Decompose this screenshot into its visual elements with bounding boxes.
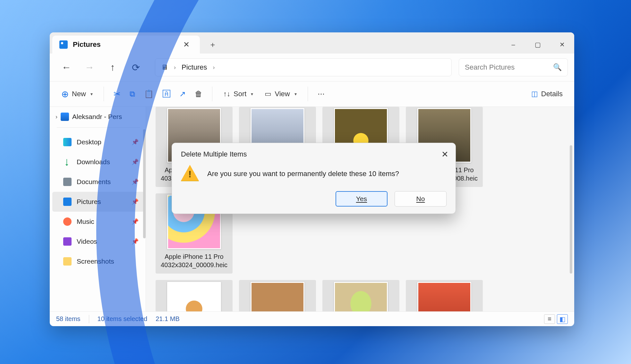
thumbnail [417, 282, 471, 311]
navigation-bar: ← → ↑ ⟳ 🖥 › Pictures › Search Pictures 🔍 [50, 54, 574, 81]
search-input[interactable]: Search Pictures 🔍 [459, 58, 568, 76]
selection-size: 21.1 MB [156, 315, 179, 323]
videos-icon [63, 237, 72, 246]
dialog-close-button[interactable]: ✕ [441, 149, 448, 159]
sidebar-item-label: Music [77, 218, 94, 225]
close-window-button[interactable]: ✕ [550, 36, 574, 54]
divider [308, 87, 308, 101]
details-pane-button[interactable]: ◫ Details [526, 85, 568, 103]
tab-title: Pictures [73, 40, 175, 49]
no-button[interactable]: No [395, 191, 447, 207]
pin-icon: 📌 [132, 139, 139, 146]
sidebar-item-label: Downloads [77, 158, 110, 166]
breadcrumb-pictures[interactable]: Pictures [182, 63, 207, 72]
tab-pictures[interactable]: Pictures ✕ [52, 36, 200, 54]
tab-strip: Pictures ✕ ＋ – ▢ ✕ [50, 32, 574, 54]
refresh-button[interactable]: ⟳ [125, 57, 146, 78]
details-view-toggle[interactable]: ≡ [544, 314, 555, 324]
sort-label: Sort [234, 90, 246, 98]
tree-header[interactable]: › Aleksandr - Pers [52, 109, 144, 125]
file-name: Apple iPhone 11 Pro [158, 252, 231, 261]
sidebar-item-music[interactable]: Music 📌 [52, 212, 144, 232]
address-bar[interactable]: 🖥 › Pictures › [155, 58, 452, 76]
file-tile[interactable]: Apple iPhone 11 Pro [156, 280, 233, 311]
content-scrollbar[interactable] [570, 145, 572, 274]
details-label: Details [541, 90, 563, 98]
sidebar-item-documents[interactable]: Documents 📌 [52, 172, 144, 192]
thumbnail [334, 282, 388, 311]
rename-button[interactable]: 🄰 [159, 85, 174, 103]
desktop-icon [63, 138, 72, 146]
sidebar-item-pictures[interactable]: Pictures 📌 [52, 192, 144, 212]
share-icon: ↗ [179, 89, 186, 98]
view-icon: ▭ [265, 90, 271, 98]
sidebar-item-label: Screenshots [77, 258, 114, 265]
sidebar-item-label: Pictures [77, 198, 101, 206]
paste-icon: 📋 [144, 89, 154, 98]
sidebar-item-label: Documents [77, 178, 111, 186]
delete-confirmation-dialog: Delete Multiple Items ✕ ! Are you sure y… [172, 143, 456, 214]
chevron-down-icon: ▾ [90, 91, 93, 97]
new-tab-button[interactable]: ＋ [206, 38, 219, 51]
rename-icon: 🄰 [163, 89, 170, 98]
sidebar-item-screenshots[interactable]: Screenshots [52, 251, 144, 271]
pictures-folder-icon [59, 40, 68, 49]
sidebar-item-label: Videos [77, 238, 97, 245]
sort-icon: ↑↓ [223, 90, 230, 98]
music-icon [63, 217, 72, 226]
documents-icon [63, 178, 72, 186]
sidebar-item-desktop[interactable]: Desktop 📌 [52, 132, 144, 152]
yes-button[interactable]: Yes [336, 191, 388, 207]
sidebar-scrollbar[interactable] [143, 129, 146, 238]
pin-icon: 📌 [132, 218, 139, 225]
divider [104, 87, 104, 101]
pin-icon: 📌 [132, 178, 139, 185]
delete-icon: 🗑 [195, 89, 202, 98]
thumbnails-view-toggle[interactable]: ◧ [557, 314, 568, 324]
plus-circle-icon: ⊕ [61, 89, 69, 99]
pin-icon: 📌 [132, 198, 139, 205]
paste-button[interactable]: 📋 [140, 85, 158, 103]
cut-button[interactable]: ✂ [110, 85, 124, 103]
share-button[interactable]: ↗ [175, 85, 190, 103]
up-button[interactable]: ↑ [102, 57, 123, 78]
forward-button[interactable]: → [79, 57, 100, 78]
thumbnail [167, 282, 221, 311]
back-button[interactable]: ← [56, 57, 77, 78]
more-button[interactable]: ⋯ [314, 85, 328, 103]
command-bar: ⊕ New ▾ ✂ ⧉ 📋 🄰 ↗ 🗑 ↑↓ Sort ▾ ▭ View ▾ ⋯… [50, 81, 574, 107]
onedrive-icon [61, 113, 69, 121]
file-tile[interactable]: Apple iPhone 11 Pro [322, 280, 399, 311]
tree-header-label: Aleksandr - Pers [72, 113, 122, 121]
close-tab-button[interactable]: ✕ [180, 38, 193, 51]
file-tile[interactable]: Apple iPhone 11 Pro [406, 280, 483, 311]
pictures-icon [63, 198, 72, 206]
downloads-icon: ⭣ [63, 158, 72, 166]
view-button[interactable]: ▭ View ▾ [260, 85, 302, 103]
item-count: 58 items [56, 315, 81, 323]
pin-icon: 📌 [132, 238, 139, 245]
chevron-down-icon: ▾ [294, 91, 297, 97]
minimize-button[interactable]: – [501, 36, 525, 54]
copy-button[interactable]: ⧉ [126, 85, 139, 103]
breadcrumb-sep-icon: › [213, 64, 215, 71]
divider [212, 87, 212, 101]
divider [89, 315, 89, 323]
sidebar-item-label: Desktop [77, 138, 101, 146]
selection-count: 10 items selected [98, 315, 148, 323]
window-controls: – ▢ ✕ [501, 36, 574, 54]
new-label: New [72, 90, 86, 98]
maximize-button[interactable]: ▢ [525, 36, 550, 54]
navigation-pane: › Aleksandr - Pers Desktop 📌⭣ Downloads … [50, 107, 146, 311]
breadcrumb-sep-icon: › [174, 64, 176, 71]
new-button[interactable]: ⊕ New ▾ [56, 85, 98, 103]
sort-button[interactable]: ↑↓ Sort ▾ [218, 85, 258, 103]
screenshots-icon [63, 257, 72, 266]
dialog-message: Are you sure you want to permanently del… [207, 170, 399, 178]
file-tile[interactable]: Apple iPhone 11 Pro [239, 280, 316, 311]
sidebar-item-downloads[interactable]: ⭣ Downloads 📌 [52, 152, 144, 172]
warning-icon: ! [181, 165, 199, 183]
more-icon: ⋯ [318, 90, 325, 98]
delete-button[interactable]: 🗑 [191, 85, 206, 103]
sidebar-item-videos[interactable]: Videos 📌 [52, 232, 144, 251]
